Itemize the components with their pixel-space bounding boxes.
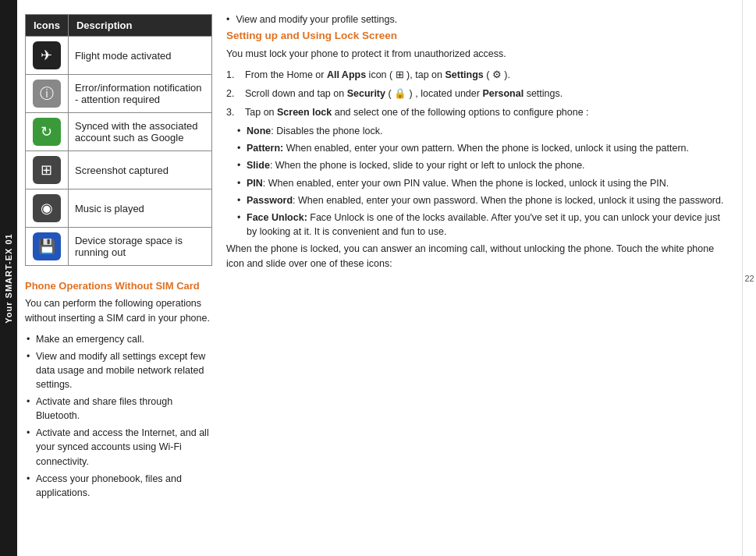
numbered-step: 3.Tap on Screen lock and select one of t… [226, 105, 731, 119]
table-row: ⊞Screenshot captured [26, 151, 212, 189]
table-cell-description: Error/information notification - attenti… [68, 75, 211, 113]
step-number: 1. [226, 68, 239, 82]
table-row: ✈Flight mode activated [26, 37, 212, 75]
page-number-bar: 22 [742, 0, 756, 556]
table-cell-description: Flight mode activated [68, 37, 211, 75]
page-number: 22 [744, 274, 754, 283]
option-desc: : When enabled, enter your own PIN value… [263, 178, 669, 189]
table-cell-description: Device storage space is running out [68, 228, 211, 266]
status-icon: ↻ [33, 118, 61, 146]
option-desc: Face Unlock is one of the locks availabl… [247, 212, 720, 237]
step-number: 2. [226, 87, 239, 101]
table-cell-description: Synced with the associated account such … [68, 113, 211, 151]
option-label: Password [247, 195, 293, 206]
list-item: Face Unlock: Face Unlock is one of the l… [237, 211, 731, 239]
list-item: Access your phonebook, files and applica… [25, 472, 212, 500]
list-item: Activate and access the Internet, and al… [25, 426, 212, 468]
top-bullet: View and modify your profile settings. [226, 14, 731, 25]
icon-cell: ⓘ [26, 75, 69, 113]
lock-screen-title: Setting up and Using Lock Screen [226, 30, 731, 41]
table-cell-description: Screenshot captured [68, 151, 211, 189]
step-text: Tap on Screen lock and select one of the… [245, 105, 589, 119]
table-header-description: Description [68, 15, 211, 37]
icon-cell: 💾 [26, 228, 69, 266]
list-item: Password: When enabled, enter your own p… [237, 193, 731, 207]
numbered-step: 1.From the Home or All Apps icon ( ⊞ ), … [226, 68, 731, 82]
list-item: Activate and share files through Bluetoo… [25, 395, 212, 423]
status-icon: ✈ [33, 41, 61, 69]
lock-screen-footer: When the phone is locked, you can answer… [226, 242, 731, 271]
list-item: Make an emergency call. [25, 332, 212, 346]
phone-ops-title: Phone Operations Without SIM Card [25, 280, 212, 292]
list-item: Pattern: When enabled, enter your own pa… [237, 141, 731, 155]
table-header-icons: Icons [26, 15, 69, 37]
status-icon: ⊞ [33, 156, 61, 184]
option-desc: : When the phone is locked, slide to you… [270, 160, 585, 171]
status-icon: ⓘ [33, 80, 61, 108]
icons-table: Icons Description ✈Flight mode activated… [25, 14, 212, 266]
phone-ops-bullets: Make an emergency call.View and modify a… [25, 332, 212, 500]
table-cell-description: Music is played [68, 189, 211, 228]
step-text: From the Home or All Apps icon ( ⊞ ), ta… [245, 68, 510, 82]
table-row: ⓘError/information notification - attent… [26, 75, 212, 113]
table-row: ◉Music is played [26, 189, 212, 228]
icon-cell: ✈ [26, 37, 69, 75]
lock-screen-intro: You must lock your phone to protect it f… [226, 47, 731, 62]
step-text: Scroll down and tap on Security ( 🔒 ) , … [245, 87, 563, 101]
option-desc: When enabled, enter your own pattern. Wh… [283, 143, 689, 154]
option-label: PIN [247, 178, 263, 189]
list-item: View and modify all settings except few … [25, 349, 212, 391]
list-item: PIN: When enabled, enter your own PIN va… [237, 176, 731, 190]
option-label: Pattern: [247, 143, 283, 154]
lock-screen-steps: 1.From the Home or All Apps icon ( ⊞ ), … [226, 68, 731, 119]
step-number: 3. [226, 105, 239, 119]
lock-screen-options: None: Disables the phone lock.Pattern: W… [226, 124, 731, 239]
icon-cell: ◉ [26, 189, 69, 228]
list-item: None: Disables the phone lock. [237, 124, 731, 138]
list-item: Slide: When the phone is locked, slide t… [237, 158, 731, 172]
icon-cell: ↻ [26, 113, 69, 151]
numbered-step: 2.Scroll down and tap on Security ( 🔒 ) … [226, 87, 731, 101]
sidebar-label: Your SMART-EX 01 [0, 0, 17, 556]
status-icon: 💾 [33, 232, 61, 260]
option-label: Slide [247, 160, 270, 171]
status-icon: ◉ [33, 194, 61, 222]
table-row: ↻Synced with the associated account such… [26, 113, 212, 151]
option-desc: : Disables the phone lock. [271, 126, 382, 136]
table-row: 💾Device storage space is running out [26, 228, 212, 266]
icon-cell: ⊞ [26, 151, 69, 189]
option-desc: : When enabled, enter your own password.… [293, 195, 723, 206]
sidebar-label-text: Your SMART-EX 01 [4, 233, 13, 323]
left-column: Icons Description ✈Flight mode activated… [25, 14, 212, 548]
option-label: None [247, 126, 271, 136]
option-label: Face Unlock: [247, 212, 307, 223]
phone-ops-intro: You can perform the following operations… [25, 296, 212, 326]
main-content: Icons Description ✈Flight mode activated… [17, 0, 742, 556]
right-column: View and modify your profile settings. S… [226, 14, 731, 548]
